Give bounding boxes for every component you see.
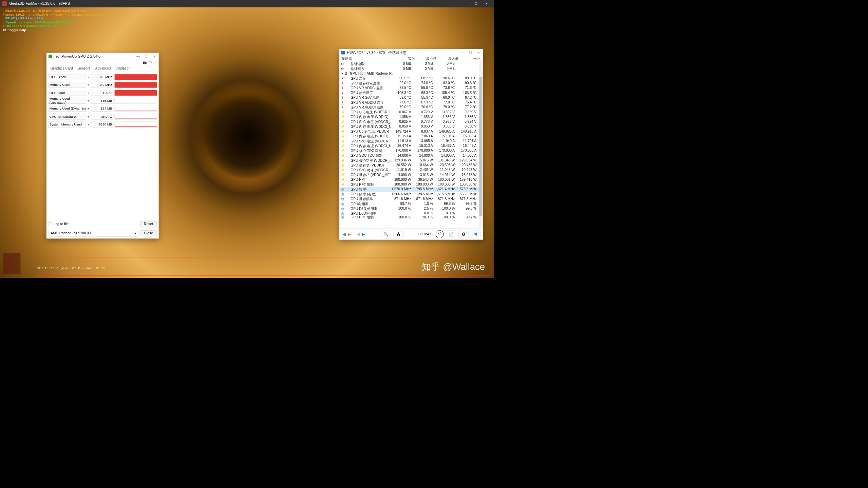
sensor-row[interactable]: ◷GPU 频率 (有效)1,566.6 MHz28.5 MHz1,615.5 M… (339, 192, 479, 196)
gpuz-titlebar: TechPowerUp GPU-Z 2.54.0 — ☐ ✕ (46, 53, 158, 60)
scroll-thumb[interactable] (479, 77, 482, 216)
close-icon[interactable]: ✖ (471, 230, 481, 238)
sensor-type-icon: ⚡ (341, 153, 344, 158)
scrollbar[interactable] (479, 61, 483, 228)
sensor-row: Memory Used (Dynamic) ▾ 154 MB (48, 105, 157, 113)
arrow-right-icon[interactable]: ► (361, 231, 366, 237)
hwinfo-body: ⊝总计读取0 MB0 MB0 MB⊝总计写入0 MB0 MB0 MB▾🖥GPU … (339, 61, 483, 228)
sensor-row[interactable]: ⊝总计读取0 MB0 MB0 MB (339, 61, 479, 66)
maximize-button[interactable]: ☐ (471, 0, 482, 7)
sensor-label[interactable]: GPU Load (48, 90, 86, 96)
sensor-row[interactable]: ⊝总计写入0 MB0 MB0 MB (339, 66, 479, 71)
sensor-row: GPU Clock ▾ 0.0 MHz (48, 73, 157, 81)
sensor-row[interactable]: 🌡GPU VR SoC 温度69.0 °C55.3 °C69.0 °C67.2 … (339, 95, 479, 100)
sensor-row[interactable]: ⚡GPU SoC 电压 (VDDCR_S...0.925 V0.778 V0.9… (339, 119, 479, 124)
sensor-row[interactable]: ⚡GPU 内存 电压 (VDDIO)1.356 V1.356 V1.356 V1… (339, 115, 479, 119)
sensor-row[interactable]: ◷GPU利用率99.7 %1.0 %99.8 %99.3 % (339, 201, 479, 206)
sensor-row[interactable]: ⚡GPU SoC 功耗 (VDDCR_S...11.019 W2.401 W11… (339, 168, 479, 172)
gpu-select[interactable]: AMD Radeon RX 5700 XT ▾ (49, 230, 138, 236)
sensor-row[interactable]: ◷GPU PPT 限制100.0 %20.3 %100.0 %99.7 % (339, 216, 479, 218)
maximize-button[interactable]: ☐ (144, 54, 149, 59)
sensor-label[interactable]: GPU Clock (48, 74, 86, 80)
chevron-down-icon[interactable]: ▾ (86, 99, 91, 102)
gpuz-app-icon (49, 55, 52, 58)
refresh-icon[interactable]: ↻ (149, 60, 152, 64)
tab-validation[interactable]: Validation (113, 65, 133, 72)
sensor-row[interactable]: 🌡GPU VR VDDCI 温度79.0 °C70.0 °C79.0 °C77.… (339, 105, 479, 110)
log-to-file-checkbox[interactable]: Log to file (49, 222, 69, 226)
sensor-label[interactable]: CPU Temperature (48, 114, 86, 119)
close-button[interactable]: ✕ (152, 54, 157, 59)
sensor-type-icon: ◷ (341, 192, 344, 196)
sensor-row[interactable]: ⚡GPU PPT180.000 W36.543 W180.001 W179.41… (339, 177, 479, 182)
chevron-down-icon[interactable]: ▾ (86, 107, 91, 110)
maximize-button[interactable]: ☐ (468, 51, 473, 55)
search-icon[interactable]: 🔍 (381, 230, 391, 238)
sensor-row[interactable]: ⚡GPU 核心功率 (VDDCR_GFX)129.936 W5.876 W131… (339, 158, 479, 163)
sensor-name: GPU PPT (345, 178, 390, 182)
sensor-type-icon: 🌡 (341, 81, 344, 85)
sensor-row[interactable]: ⚡GPU 核心 TDC 限制170.000 A170.000 A170.000 … (339, 148, 479, 153)
chevron-down-icon[interactable]: ▾ (86, 83, 91, 86)
sensor-row[interactable]: ⚡GPU SOC TDC 限制14.000 A14.000 A14.000 A1… (339, 153, 479, 158)
chevron-down-icon[interactable]: ▾ (86, 123, 91, 126)
sensor-row[interactable]: 🌡GPU VR VDDC 温度73.5 °C55.5 °C73.6 °C71.6… (339, 85, 479, 90)
minimize-button[interactable]: — (460, 0, 471, 7)
sensor-row[interactable]: ⚡GPU 显存功 (VDDIO)20.552 W10.664 W20.603 W… (339, 163, 479, 168)
sensor-type-icon: ⚡ (341, 115, 344, 119)
sensor-row[interactable]: 🌡GPU VR VDDIO 温度77.0 °C67.3 °C77.0 °C75.… (339, 100, 479, 105)
sensor-row[interactable]: ⚡GPU Core 电流 (VDDCR_G...149.724 A8.037 A… (339, 129, 479, 134)
screenshot-icon[interactable]: 📷 (143, 60, 147, 64)
clock-icon (436, 230, 444, 238)
tab-sensors[interactable]: Sensors (75, 65, 93, 72)
close-button[interactable]: ✕ (482, 0, 492, 7)
chevron-down-icon[interactable]: ▾ (86, 115, 91, 118)
sensor-label[interactable]: Memory Used (Dynamic) (48, 106, 86, 112)
chevron-down-icon: ▾ (135, 231, 136, 235)
save-icon[interactable]: 📄 (446, 230, 456, 238)
gpuz-title: TechPowerUp GPU-Z 2.54.0 (54, 54, 100, 59)
gear-icon[interactable]: ⚙ (458, 230, 469, 238)
sensor-row[interactable]: 🌡GPU 显存结点温度92.0 °C74.0 °C92.0 °C90.3 °C (339, 81, 479, 85)
close-button[interactable]: ✕ (476, 51, 481, 55)
sensor-label[interactable]: Memory Used (Dedicated) (48, 98, 86, 103)
chevron-down-icon[interactable]: ▾ (86, 91, 91, 94)
sensor-row[interactable]: ◷GPU 显存频率871.8 MHz871.8 MHz871.8 MHz871.… (339, 197, 479, 201)
sensor-label[interactable]: System Memory Used (48, 121, 86, 127)
sensor-row[interactable]: ⚡GPU 核心电压 (VDDCR_GFX)0.867 V0.729 V0.892… (339, 110, 479, 114)
sensor-sparkline (115, 106, 157, 112)
sensor-row[interactable]: ⚡GPU PPT 限制180.000 W180.000 W180.000 W18… (339, 182, 479, 187)
sensor-sparkline (115, 74, 157, 80)
tab-graphics-card[interactable]: Graphics Card (48, 65, 75, 72)
sensor-name: GPU 热点温度 (345, 91, 390, 95)
minimize-button[interactable]: — (460, 51, 465, 55)
sensor-row[interactable]: ⚡GPU SoC 电流 (VDDCR_S...11.913 A3.085 A11… (339, 139, 479, 143)
sensor-row[interactable]: 🌡GPU 热点温度105.3 °C68.3 °C105.4 °C103.5 °C (339, 90, 479, 95)
tab-advanced[interactable]: Advanced (93, 65, 113, 72)
sensor-row[interactable]: ⚡GPU 显存功 (VDDCI_MEM)14.003 W13.016 W14.0… (339, 172, 479, 177)
menu-icon[interactable]: ≡ (154, 61, 156, 64)
sensor-row[interactable]: ⚡GPU 内存 电流 (VDDCI_M...16.474 A15.313 A16… (339, 143, 479, 148)
sensor-type-icon: ⚡ (341, 110, 344, 114)
reset-button[interactable]: Reset (140, 221, 156, 227)
collapse-icon[interactable]: ▾ (341, 71, 344, 76)
arrow-left-icon[interactable]: ◄ (341, 231, 347, 237)
sensor-type-icon: 🌡 (341, 86, 344, 90)
sensor-name: GPU VR VDDCI 温度 (345, 105, 390, 110)
network-icon[interactable]: 🖧 (394, 230, 404, 238)
sensor-type-icon: ⚡ (341, 124, 344, 129)
close-button[interactable]: Close (140, 230, 157, 236)
sensor-row[interactable]: ⚡GPU 内存 电流 (VDDIO)15.153 A7.863 A15.191 … (339, 134, 479, 139)
arrow-right-icon[interactable]: ► (347, 231, 352, 237)
sensor-row[interactable]: ◷GPU 频率1,570.9 MHz795.5 MHz1,621.4 MHz1,… (339, 187, 479, 192)
log-checkbox[interactable] (49, 222, 52, 226)
sensor-row[interactable]: 🌡GPU 温度90.5 °C68.2 °C90.6 °C88.9 °C (339, 76, 479, 81)
sensor-label[interactable]: Memory Clock (48, 82, 86, 88)
chevron-down-icon[interactable]: ▾ (86, 75, 91, 78)
sensor-row[interactable]: ◷GPU D3D 使用率100.0 %2.5 %100.0 %99.5 % (339, 206, 479, 211)
sensor-row[interactable]: ⚡GPU 内存 电压 (VDDCI_M...0.850 V0.850 V0.85… (339, 124, 479, 129)
hwinfo-titlebar: HWiNFO64 v7.30-4870 - 传感器状态 — ☐ ✕ (339, 49, 483, 56)
sensor-group[interactable]: ▾🖥GPU [#0]: AMD Radeon R... (339, 71, 479, 76)
hwinfo-window: HWiNFO64 v7.30-4870 - 传感器状态 — ☐ ✕ 传感器 实时… (339, 49, 483, 240)
minimize-button[interactable]: — (136, 54, 140, 59)
